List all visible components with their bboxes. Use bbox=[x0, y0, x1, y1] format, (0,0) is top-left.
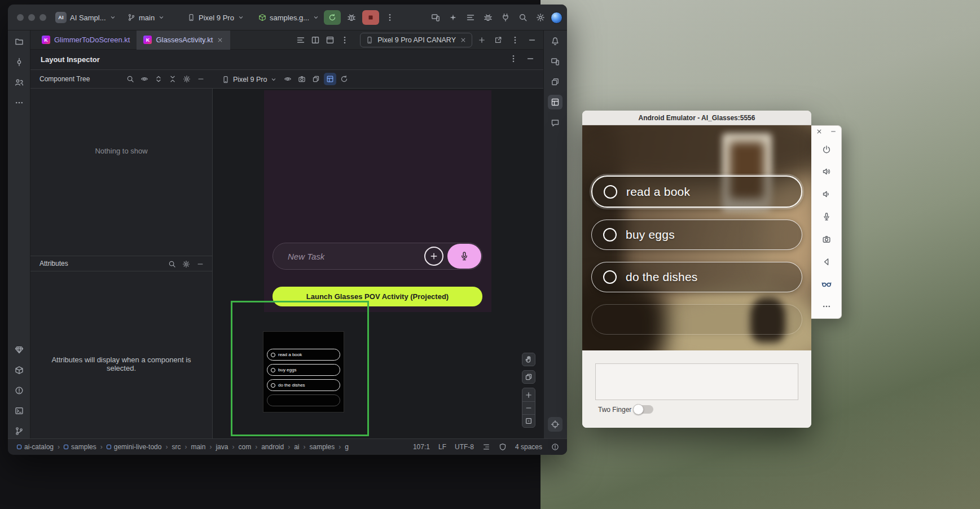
close-icon[interactable] bbox=[460, 37, 467, 43]
zoom-out-button[interactable] bbox=[522, 401, 535, 414]
open-in-window-button[interactable] bbox=[491, 33, 505, 47]
todo-item-do-the-dishes[interactable]: do the dishes bbox=[591, 262, 802, 292]
expand-all-button[interactable] bbox=[152, 73, 165, 85]
power-button[interactable] bbox=[819, 142, 834, 157]
shield-icon[interactable] bbox=[499, 443, 507, 451]
rerun-button[interactable] bbox=[324, 10, 341, 25]
editor-options-button[interactable] bbox=[337, 33, 352, 47]
settings-button[interactable] bbox=[533, 10, 548, 25]
zoom-in-button[interactable] bbox=[522, 388, 535, 401]
structure-tool-button[interactable] bbox=[12, 75, 27, 90]
layer-mode-button[interactable] bbox=[522, 370, 535, 384]
process-selector[interactable]: Pixel 9 Pro bbox=[222, 73, 277, 86]
layout-inspector-button[interactable] bbox=[548, 95, 562, 109]
device-render-canvas[interactable]: New Task Launch Glasses POV Activity (Pr… bbox=[213, 89, 543, 438]
hide-panel-button[interactable] bbox=[525, 33, 539, 47]
rendered-app-screen[interactable]: New Task Launch Glasses POV Activity (Pr… bbox=[264, 90, 491, 312]
terminal-tool-button[interactable] bbox=[12, 403, 27, 418]
ai-assistant-button[interactable] bbox=[446, 10, 460, 25]
profile-avatar[interactable] bbox=[551, 12, 562, 24]
zoom-fit-button[interactable] bbox=[522, 414, 535, 427]
commit-tool-button[interactable] bbox=[12, 55, 27, 69]
add-device-tab-button[interactable] bbox=[474, 33, 489, 47]
inspect-mode-button[interactable] bbox=[548, 417, 562, 432]
assistant-button[interactable] bbox=[548, 116, 562, 130]
refresh-button[interactable] bbox=[338, 73, 350, 85]
volume-down-button[interactable] bbox=[819, 187, 834, 201]
camera-button[interactable] bbox=[819, 232, 834, 247]
running-devices-button[interactable] bbox=[548, 74, 562, 89]
running-device-tab[interactable]: Pixel 9 Pro API CANARY bbox=[360, 33, 472, 47]
panel-minimize-button[interactable] bbox=[524, 52, 537, 65]
device-manager-button[interactable] bbox=[548, 54, 562, 69]
file-encoding[interactable]: UTF-8 bbox=[455, 443, 474, 451]
new-task-input[interactable]: New Task bbox=[273, 243, 482, 270]
window-zoom-button[interactable] bbox=[39, 14, 46, 21]
window-minimize-button[interactable] bbox=[28, 14, 35, 21]
debug-button[interactable] bbox=[344, 10, 359, 25]
line-separator[interactable]: LF bbox=[438, 443, 446, 451]
device-mirroring-button[interactable] bbox=[428, 10, 443, 25]
emulator-screen[interactable]: read a book buy eggs do the dishes bbox=[582, 125, 811, 350]
tree-minimize-button[interactable] bbox=[195, 73, 207, 85]
live-updates-button[interactable] bbox=[324, 73, 336, 85]
glasses-mode-button[interactable] bbox=[819, 277, 834, 291]
device-selector[interactable]: Pixel 9 Pro bbox=[187, 5, 244, 30]
attributes-search-button[interactable] bbox=[166, 258, 178, 270]
toggle-visibility-button[interactable] bbox=[282, 73, 294, 85]
project-tool-button[interactable] bbox=[12, 34, 27, 49]
back-button[interactable] bbox=[819, 254, 834, 269]
device-explorer-button[interactable] bbox=[498, 10, 513, 25]
tree-search-button[interactable] bbox=[124, 73, 137, 85]
microphone-button[interactable] bbox=[819, 209, 834, 224]
logcat-button[interactable] bbox=[463, 10, 478, 25]
notifications-button[interactable] bbox=[548, 34, 562, 49]
indent-icon[interactable] bbox=[482, 443, 490, 451]
preview-layout-button[interactable] bbox=[323, 33, 337, 47]
pan-tool-button[interactable] bbox=[522, 353, 535, 366]
tab-glassesactivity[interactable]: K GlassesActivity.kt bbox=[137, 30, 230, 50]
attributes-settings-button[interactable] bbox=[180, 258, 192, 270]
checkbox-circle-icon[interactable] bbox=[603, 228, 617, 242]
screenshot-button[interactable] bbox=[296, 73, 308, 85]
build-tool-button[interactable] bbox=[12, 363, 27, 378]
emulator-titlebar[interactable]: Android Emulator - AI_Glasses:5556 bbox=[582, 111, 811, 125]
gemini-tool-button[interactable] bbox=[12, 343, 27, 357]
indent-size[interactable]: 4 spaces bbox=[515, 443, 542, 451]
checkbox-circle-icon[interactable] bbox=[603, 270, 617, 284]
panel-options-button[interactable] bbox=[507, 52, 520, 65]
editor-list-button[interactable] bbox=[293, 33, 308, 47]
tree-visibility-button[interactable] bbox=[138, 73, 151, 85]
collapse-all-button[interactable] bbox=[166, 73, 179, 85]
vcs-tool-button[interactable] bbox=[12, 424, 27, 438]
emulator-close-button[interactable] bbox=[815, 127, 824, 136]
project-selector[interactable]: AI AI Sampl... bbox=[55, 5, 116, 30]
search-everywhere-button[interactable] bbox=[516, 10, 530, 25]
stop-button[interactable] bbox=[362, 10, 379, 25]
breadcrumb[interactable]: ai-catalog samples gemini-live-todo src … bbox=[17, 443, 349, 451]
more-tools-button[interactable] bbox=[12, 95, 27, 110]
problems-tool-button[interactable] bbox=[12, 383, 27, 398]
caret-position[interactable]: 107:1 bbox=[413, 443, 430, 451]
profiler-button[interactable] bbox=[481, 10, 495, 25]
add-task-button[interactable] bbox=[424, 247, 443, 266]
glasses-pov-preview[interactable]: read a book buy eggs do the dishes bbox=[263, 331, 344, 413]
close-icon[interactable] bbox=[217, 37, 223, 43]
volume-up-button[interactable] bbox=[819, 164, 834, 179]
more-options-button[interactable] bbox=[819, 299, 834, 314]
run-more-actions-button[interactable] bbox=[383, 10, 397, 25]
tab-glimmertodoscreen[interactable]: K GlimmerToDoScreen.kt bbox=[35, 30, 137, 50]
tree-settings-button[interactable] bbox=[181, 73, 193, 85]
branch-selector[interactable]: main bbox=[128, 5, 165, 30]
voice-input-button[interactable] bbox=[447, 244, 481, 269]
todo-item-buy-eggs[interactable]: buy eggs bbox=[591, 220, 802, 250]
split-editor-button[interactable] bbox=[308, 33, 323, 47]
snapshot-button[interactable] bbox=[310, 73, 322, 85]
launch-glasses-button[interactable]: Launch Glasses POV Activity (Projected) bbox=[273, 287, 482, 306]
emulator-minimize-button[interactable] bbox=[829, 127, 838, 136]
run-config-selector[interactable]: samples.g... bbox=[258, 5, 319, 30]
two-finger-toggle[interactable] bbox=[634, 405, 653, 414]
todo-item-read-a-book[interactable]: read a book bbox=[591, 175, 802, 208]
window-close-button[interactable] bbox=[17, 14, 24, 21]
device-options-button[interactable] bbox=[508, 33, 522, 47]
